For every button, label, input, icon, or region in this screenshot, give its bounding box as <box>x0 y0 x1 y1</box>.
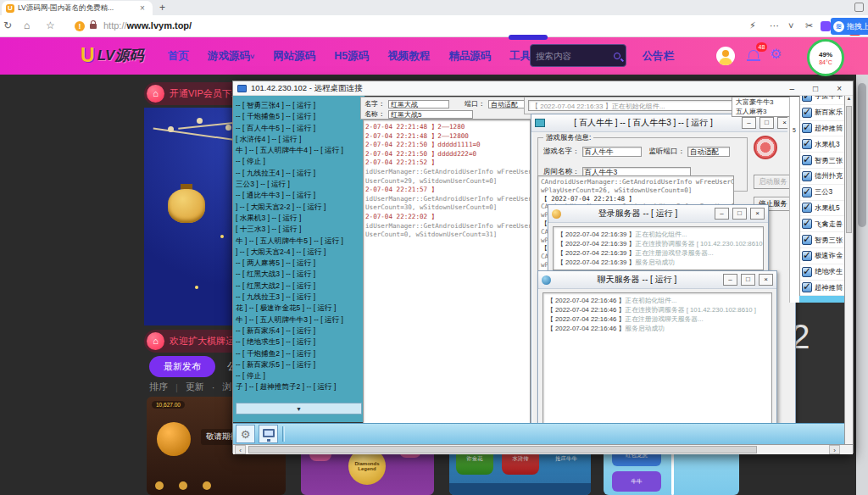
game-row[interactable]: ✓ 手搓牛牛 <box>800 96 849 105</box>
minimize-button[interactable]: – <box>742 117 756 129</box>
check-icon[interactable]: ✓ <box>802 251 812 261</box>
close-button[interactable]: × <box>750 208 765 220</box>
nav-item[interactable]: H5源码 <box>334 49 369 64</box>
login-window-titlebar[interactable]: 登录服务器 -- [ 运行 ] – □ × <box>548 205 768 223</box>
site-search-box[interactable] <box>530 44 626 67</box>
log-line: UserCount=0, wSitdownUserCount=31] <box>365 231 528 240</box>
nav-item[interactable]: 公告栏 <box>643 49 675 64</box>
log-line: 【 2022-07-04 22:21:48 】 <box>541 195 725 203</box>
check-icon[interactable]: ✓ <box>802 282 812 292</box>
maximize-button[interactable]: □ <box>732 208 747 220</box>
avatar[interactable] <box>716 47 735 65</box>
game-row[interactable]: ✓ 水果机3 <box>800 136 849 153</box>
battery-widget: 49% 84°C <box>807 39 844 76</box>
nav-item[interactable]: 游戏源码˅ <box>208 49 254 64</box>
game-name-field[interactable]: 红黑大战 <box>388 100 449 108</box>
refresh-icon[interactable]: ↻ <box>3 19 12 31</box>
lightning-extension-icon[interactable]: ⚡ <box>749 20 756 31</box>
check-icon[interactable]: ✓ <box>802 187 812 197</box>
game-window-titlebar[interactable]: [ 百人牛牛 ] -- [ 百人牛牛3 ] -- [ 运行 ] – □ × <box>531 114 795 132</box>
game-row[interactable]: ✓ 德州扑克 <box>800 169 849 185</box>
scroll-left-icon[interactable]: ‹ <box>235 445 246 454</box>
bookmark-star-icon[interactable]: ☆ <box>46 19 55 31</box>
game-row[interactable]: ✓ 超神推筒 <box>800 281 849 297</box>
not-secure-shield-icon[interactable]: ! <box>75 21 85 31</box>
console-log-line: 牛 ] -- [ 五人明牌牛牛5 ] -- [ 运行 ] <box>233 236 364 247</box>
rdp-horizontal-scrollbar[interactable]: ‹ › <box>233 444 853 454</box>
page-scrollbar[interactable] <box>856 75 868 495</box>
site-logo[interactable]: U LV源码 <box>81 44 143 67</box>
chevron-down-icon[interactable]: ˅ <box>788 20 793 31</box>
check-icon[interactable]: ✓ <box>802 123 812 133</box>
check-icon[interactable]: ✓ <box>802 139 812 149</box>
taskbar-gear-icon[interactable]: ⚙ <box>236 425 255 443</box>
tab-latest-releases[interactable]: 最新发布 <box>149 356 215 377</box>
clipboard-extension-icon[interactable] <box>854 3 864 12</box>
console-dropdown[interactable]: ▼ <box>236 403 362 414</box>
purple-extension-icon[interactable] <box>821 21 831 31</box>
game-row[interactable]: ✓ 三公3 <box>800 185 849 201</box>
rdp-vertical-scrollbar[interactable]: ▲ <box>844 96 853 444</box>
page-scrollbar-thumb[interactable] <box>858 83 866 227</box>
log-line: 2-07-04 22:21:48 】2——12800 <box>365 132 528 142</box>
home-icon[interactable]: ⌂ <box>24 19 30 31</box>
game-row[interactable]: ✓ 智勇三张 <box>800 153 849 169</box>
game-row[interactable]: ✓ 水果机5 <box>800 201 849 217</box>
url-field[interactable]: http://www.lvym.top/ <box>103 20 192 31</box>
search-icon[interactable] <box>614 53 620 59</box>
game-row[interactable]: ✓ 绝地求生 <box>800 264 849 281</box>
nav-item[interactable]: 网站源码 <box>273 49 315 64</box>
close-icon[interactable]: × <box>837 84 842 93</box>
taskbar-rdp-icon[interactable] <box>259 425 278 443</box>
minimize-button[interactable]: – <box>723 274 737 286</box>
more-icon[interactable]: ⋯ <box>770 20 779 31</box>
check-icon[interactable]: ✓ <box>802 108 812 118</box>
nav-item[interactable]: 首页 <box>168 49 189 64</box>
check-icon[interactable]: ✓ <box>802 219 812 229</box>
hscroll-thumb[interactable] <box>248 446 757 453</box>
scroll-up-icon[interactable]: ▲ <box>847 96 852 101</box>
log-line: 【 2022-07-04 22:16:39 】正在注册游戏登录服务器... <box>557 248 760 258</box>
vscroll-thumb[interactable] <box>846 106 852 233</box>
game-window-title: [ 百人牛牛 ] -- [ 百人牛牛3 ] -- [ 运行 ] <box>548 117 738 129</box>
search-input[interactable] <box>536 51 614 61</box>
notification-bell[interactable]: 48 <box>746 47 761 63</box>
scissors-extension-icon[interactable]: ✂ <box>805 20 813 31</box>
sort-option-update[interactable]: 更新 <box>186 381 204 393</box>
rdp-titlebar[interactable]: 101.42.230.102 - 远程桌面连接 – □ × <box>233 81 853 96</box>
settings-gear-icon[interactable]: ⚙ <box>770 46 782 62</box>
game-row[interactable]: ✓ 智勇三张 <box>800 232 849 248</box>
nav-item[interactable]: 精品源码 <box>448 49 491 64</box>
game-row[interactable]: ✓ 飞禽走兽 <box>800 216 849 232</box>
game-row[interactable]: ✓ 超神推筒 <box>800 121 849 137</box>
maximize-button[interactable]: □ <box>760 117 774 129</box>
start-service-button[interactable]: 启动服务 <box>754 175 793 189</box>
minimize-button[interactable]: – <box>715 208 729 220</box>
check-icon[interactable]: ✓ <box>802 203 812 213</box>
lanzou-drag-upload-tooltip[interactable]: ≋ 拖拽上传 <box>831 18 868 35</box>
maximize-button[interactable]: □ <box>741 274 755 286</box>
listen-port-input[interactable]: 自动适配 <box>687 147 730 157</box>
check-icon[interactable]: ✓ <box>802 171 812 181</box>
close-button[interactable]: × <box>759 274 773 286</box>
console-log-line: 子 ] -- [ 超神推筒子2 ] -- [ 运行 ] <box>233 381 364 392</box>
game-label: 三公3 <box>815 187 832 197</box>
check-icon[interactable]: ✓ <box>802 267 812 277</box>
maximize-icon[interactable]: □ <box>813 84 818 93</box>
room-name-field[interactable]: 红黑大战5 <box>388 110 473 119</box>
nav-item[interactable]: 视频教程 <box>387 49 430 64</box>
check-icon[interactable]: ✓ <box>802 96 812 102</box>
game-name-input[interactable]: 百人牛牛 <box>582 147 642 157</box>
browser-tab[interactable]: U LV源码网-国内著名的免费精... × <box>2 1 153 15</box>
game-label: 飞禽走兽 <box>815 220 843 229</box>
insecure-lock-icon[interactable] <box>90 24 97 29</box>
check-icon[interactable]: ✓ <box>802 155 812 165</box>
chat-window-titlebar[interactable]: 聊天服务器 -- [ 运行 ] – □ × <box>538 271 776 289</box>
game-row[interactable]: ✓ 极速诈金 <box>800 248 849 264</box>
game-row[interactable]: ✓ 新百家乐 <box>800 105 849 121</box>
check-icon[interactable]: ✓ <box>802 235 812 245</box>
scroll-right-icon[interactable]: › <box>829 445 840 454</box>
minimize-icon[interactable]: – <box>790 84 795 93</box>
tab-close-icon[interactable]: × <box>140 3 145 13</box>
new-tab-button[interactable]: + <box>159 2 165 14</box>
